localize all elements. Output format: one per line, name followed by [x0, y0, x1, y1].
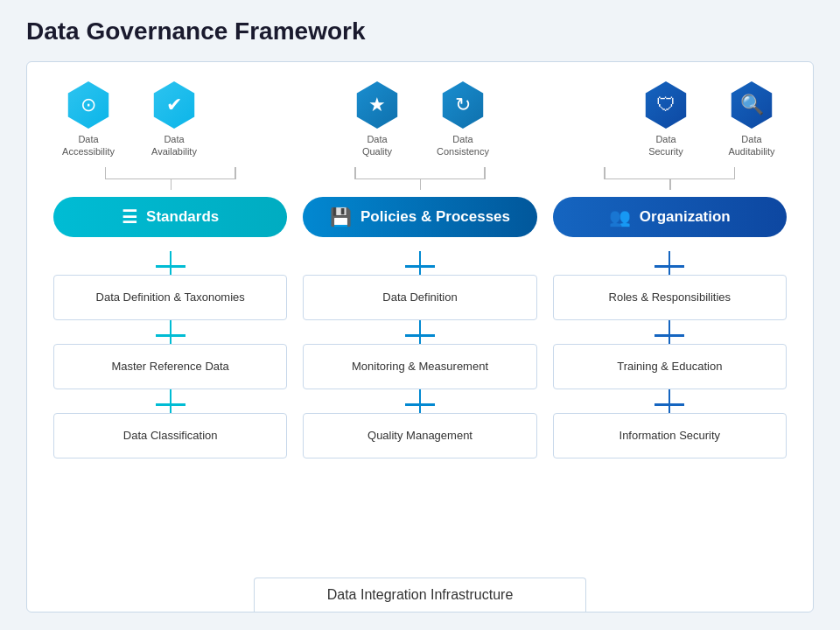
item-data-definition-taxonomies: Data Definition & Taxonomies: [53, 275, 287, 320]
standards-icon: ☰: [122, 206, 137, 228]
vert-connector-6: [419, 406, 421, 413]
connector-block-1b: [53, 320, 287, 344]
framework-container: ⊙ DataAccessibility ✔ DataAvailability ★…: [26, 61, 814, 612]
vert-connector-5: [419, 389, 421, 403]
vert-connector-2: [419, 268, 421, 275]
icon-group-standards: ⊙ DataAccessibility ✔ DataAvailability: [53, 81, 209, 158]
quality-label: DataQuality: [362, 133, 392, 158]
item-master-reference-data: Master Reference Data: [53, 344, 287, 389]
icon-item-accessibility: ⊙ DataAccessibility: [53, 81, 123, 158]
top-connectors: [45, 167, 795, 190]
consistency-icon: ↻: [439, 81, 486, 129]
security-label: DataSecurity: [648, 133, 683, 158]
cat-standards-header: ☰ Standards: [53, 197, 287, 237]
item-roles-responsibilities: Roles & Responsibilities: [553, 275, 787, 320]
vert-connector-6: [668, 406, 670, 413]
accessibility-label: DataAccessibility: [62, 133, 115, 158]
connector-organization: [553, 167, 787, 190]
availability-icon: ✔: [150, 81, 198, 129]
vert-connector-4: [668, 337, 670, 344]
vert-connector-2: [668, 268, 670, 275]
items-row: Data Definition & Taxonomies Master Refe…: [45, 251, 795, 599]
connector-block-2c: [303, 389, 536, 413]
vert-connector: [419, 251, 421, 265]
policies-column: Data Definition Monitoring & Measurement…: [303, 251, 536, 599]
categories-row: ☰ Standards 💾 Policies & Processes 👥 Org…: [45, 197, 795, 237]
vert-connector-6: [170, 406, 172, 413]
cat-policies-header: 💾 Policies & Processes: [303, 197, 536, 237]
icon-group-organization: 🛡 DataSecurity 🔍 DataAuditability: [631, 81, 787, 158]
auditability-icon: 🔍: [728, 81, 775, 129]
policies-icon: 💾: [330, 206, 352, 228]
vert-connector-2: [170, 268, 172, 275]
item-training-education: Training & Education: [553, 344, 787, 389]
consistency-label: DataConsistency: [437, 133, 489, 158]
connector-block-2b: [303, 320, 536, 344]
footer-label: Data Integration Infrastructure: [327, 587, 514, 602]
auditability-label: DataAuditability: [728, 133, 774, 158]
vert-connector-4: [419, 337, 421, 344]
connector-block-3b: [553, 320, 787, 344]
connector-block-1a: [53, 251, 287, 275]
connector-block-2a: [303, 251, 536, 275]
connector-block-1c: [53, 389, 287, 413]
vert-connector-3: [170, 320, 172, 334]
standards-label: Standards: [146, 208, 219, 226]
connector-block-3c: [553, 389, 787, 413]
icon-item-quality: ★ DataQuality: [342, 81, 412, 158]
icon-group-policies: ★ DataQuality ↻ DataConsistency: [342, 81, 498, 158]
vert-connector-3: [419, 320, 421, 334]
item-monitoring-measurement: Monitoring & Measurement: [303, 344, 536, 389]
quality-icon: ★: [354, 81, 401, 129]
organization-icon: 👥: [609, 206, 631, 228]
icons-row: ⊙ DataAccessibility ✔ DataAvailability ★…: [45, 81, 795, 158]
page-title: Data Governance Framework: [26, 18, 814, 46]
icon-item-security: 🛡 DataSecurity: [631, 81, 701, 158]
item-quality-management: Quality Management: [303, 413, 536, 458]
item-data-definition: Data Definition: [303, 275, 536, 320]
availability-label: DataAvailability: [151, 133, 197, 158]
vert-connector-3: [668, 320, 670, 334]
policies-label: Policies & Processes: [360, 208, 510, 226]
vert-connector-5: [170, 389, 172, 403]
item-information-security: Information Security: [553, 413, 787, 458]
organization-label: Organization: [640, 208, 731, 226]
bottom-bar: Data Integration Infrastructure: [254, 578, 586, 612]
icon-item-availability: ✔ DataAvailability: [139, 81, 209, 158]
icon-item-auditability: 🔍 DataAuditability: [717, 81, 787, 158]
vert-connector-5: [668, 389, 670, 403]
standards-column: Data Definition & Taxonomies Master Refe…: [53, 251, 287, 599]
organization-column: Roles & Responsibilities Training & Educ…: [553, 251, 787, 599]
cat-organization-header: 👥 Organization: [553, 197, 787, 237]
connector-block-3a: [553, 251, 787, 275]
vert-connector-4: [170, 337, 172, 344]
vert-connector: [668, 251, 670, 265]
connector-standards: [53, 167, 287, 190]
accessibility-icon: ⊙: [65, 81, 112, 129]
icon-item-consistency: ↻ DataConsistency: [428, 81, 498, 158]
connector-policies: [303, 167, 536, 190]
item-data-classification: Data Classification: [53, 413, 287, 458]
vert-connector: [170, 251, 172, 265]
security-icon: 🛡: [642, 81, 690, 129]
